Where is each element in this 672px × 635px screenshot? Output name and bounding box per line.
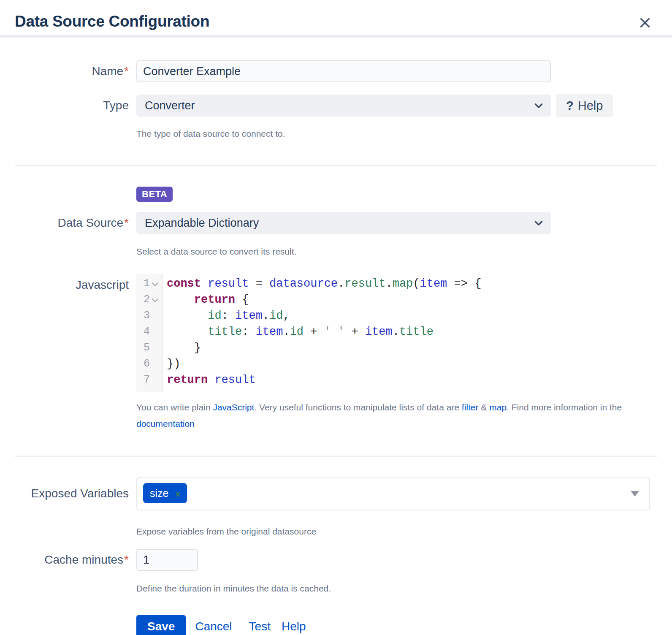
exposed-variables-select[interactable]: sizex xyxy=(136,477,650,510)
question-icon: ? xyxy=(566,99,574,113)
line-number: 5 xyxy=(139,340,150,356)
type-row: Type Converter ? Help xyxy=(0,94,672,117)
cache-minutes-label: Cache minutes* xyxy=(0,553,129,567)
line-number: 3 xyxy=(139,308,150,324)
test-link[interactable]: Test xyxy=(249,620,271,633)
page-title: Data Source Configuration xyxy=(15,13,209,30)
chevron-down-icon xyxy=(533,100,544,114)
type-helper-row: The type of data source to connect to. xyxy=(0,125,672,142)
help-button-label: Help xyxy=(578,99,603,113)
line-number: 6 xyxy=(139,356,150,372)
section-divider xyxy=(15,456,657,457)
javascript-row: Javascript 1const result = datasource.re… xyxy=(0,274,672,432)
chip-remove-button[interactable]: x xyxy=(175,489,180,498)
exposed-variables-description: Expose variables from the original datas… xyxy=(136,523,672,540)
dropdown-arrow-icon xyxy=(631,491,639,497)
description-text: You can write plain xyxy=(136,402,213,412)
fold-spacer xyxy=(150,372,160,388)
save-button[interactable]: Save xyxy=(136,615,186,635)
cache-minutes-input[interactable] xyxy=(136,549,198,571)
data-source-row: Data Source* Expandable Dictionary xyxy=(0,212,672,234)
inline-link[interactable]: filter xyxy=(462,402,479,412)
fold-spacer xyxy=(150,340,160,356)
exposed-variables-label: Exposed Variables xyxy=(0,487,129,500)
line-number: 4 xyxy=(139,324,150,340)
actions-row: Save Cancel Test Help xyxy=(0,615,672,635)
fold-arrow-icon[interactable] xyxy=(150,292,160,308)
code-line: 7return result xyxy=(136,372,653,388)
type-label: Type xyxy=(0,99,129,112)
description-text: . Very useful functions to manipulate li… xyxy=(254,402,461,412)
type-select[interactable]: Converter xyxy=(136,95,551,117)
required-asterisk: * xyxy=(124,216,129,229)
code-line: 4 title: item.id + ' ' + item.title xyxy=(136,324,653,340)
data-source-description: Select a data source to convert its resu… xyxy=(136,243,672,260)
code-line: 2 return { xyxy=(136,292,653,308)
name-input[interactable] xyxy=(136,60,551,82)
header-divider xyxy=(0,35,672,38)
fold-spacer xyxy=(150,356,160,372)
variable-chip: sizex xyxy=(143,483,187,503)
code-line: 6}) xyxy=(136,356,653,372)
help-button[interactable]: ? Help xyxy=(556,94,613,117)
code-line: 1const result = datasource.result.map(it… xyxy=(136,276,653,292)
data-source-select[interactable]: Expandable Dictionary xyxy=(136,212,551,234)
beta-row: BETA xyxy=(0,187,672,202)
beta-badge: BETA xyxy=(136,187,173,202)
data-source-helper-row: Select a data source to convert its resu… xyxy=(0,243,672,260)
code-line: 3 id: item.id, xyxy=(136,308,653,324)
required-asterisk: * xyxy=(124,65,129,78)
exposed-variables-helper-row: Expose variables from the original datas… xyxy=(0,523,672,540)
javascript-code-editor[interactable]: 1const result = datasource.result.map(it… xyxy=(136,274,653,392)
data-source-select-value: Expandable Dictionary xyxy=(145,217,259,230)
inline-link[interactable]: JavaScript xyxy=(213,402,254,412)
name-label: Name* xyxy=(0,65,129,78)
close-button[interactable] xyxy=(636,14,654,33)
type-select-value: Converter xyxy=(145,99,195,112)
cache-minutes-helper-row: Define the duration in minutes the data … xyxy=(0,580,672,597)
description-text: & xyxy=(479,402,490,412)
inline-link[interactable]: documentation xyxy=(136,419,195,429)
line-number: 7 xyxy=(139,372,150,388)
cache-minutes-description: Define the duration in minutes the data … xyxy=(136,580,672,597)
chevron-down-icon xyxy=(533,217,544,231)
inline-link[interactable]: map xyxy=(489,402,507,412)
description-text: . Find more information in the xyxy=(507,402,622,412)
dialog-header: Data Source Configuration xyxy=(0,0,672,35)
close-icon xyxy=(638,24,652,31)
data-source-label: Data Source* xyxy=(0,216,129,230)
exposed-variables-row: Exposed Variables sizex xyxy=(0,477,672,510)
required-asterisk: * xyxy=(124,553,129,566)
cancel-link[interactable]: Cancel xyxy=(195,620,232,633)
fold-spacer xyxy=(150,324,160,340)
code-line: 5 } xyxy=(136,340,653,356)
name-row: Name* xyxy=(0,60,672,82)
fold-arrow-icon[interactable] xyxy=(150,276,160,292)
type-description: The type of data source to connect to. xyxy=(136,125,672,142)
javascript-description: You can write plain JavaScript. Very use… xyxy=(136,399,655,432)
line-number: 2 xyxy=(139,292,150,308)
line-number: 1 xyxy=(139,276,150,292)
cache-minutes-row: Cache minutes* xyxy=(0,549,672,571)
section-divider xyxy=(15,165,657,166)
fold-spacer xyxy=(150,308,160,324)
javascript-label: Javascript xyxy=(0,274,129,292)
chip-label: size xyxy=(150,487,168,499)
help-link[interactable]: Help xyxy=(282,620,306,633)
